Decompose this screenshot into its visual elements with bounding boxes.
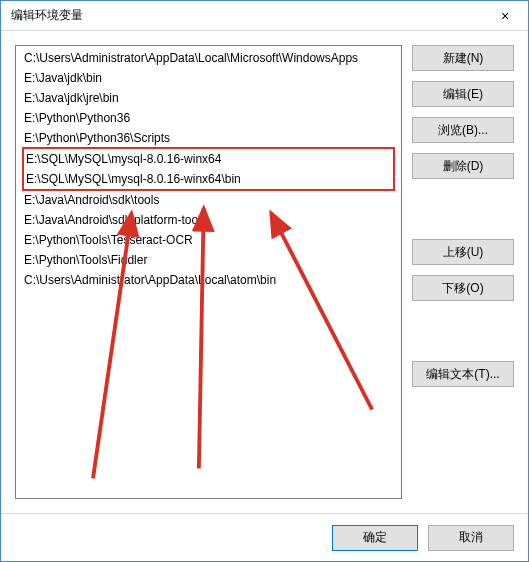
close-icon: × [501, 8, 509, 24]
window-title: 编辑环境变量 [11, 7, 83, 24]
list-item[interactable]: E:\Python\Tools\Fiddler [16, 250, 401, 270]
ok-button[interactable]: 确定 [332, 525, 418, 551]
close-button[interactable]: × [482, 1, 528, 31]
edit-text-button[interactable]: 编辑文本(T)... [412, 361, 514, 387]
list-item[interactable]: C:\Users\Administrator\AppData\Local\Mic… [16, 48, 401, 68]
list-item[interactable]: E:\Python\Tools\Tesseract-OCR [16, 230, 401, 250]
path-list-items: C:\Users\Administrator\AppData\Local\Mic… [16, 46, 401, 292]
list-item[interactable]: E:\Python\Python36 [16, 108, 401, 128]
move-down-button[interactable]: 下移(O) [412, 275, 514, 301]
cancel-button[interactable]: 取消 [428, 525, 514, 551]
delete-button[interactable]: 删除(D) [412, 153, 514, 179]
list-item[interactable]: E:\Java\Android\sdk\tools [16, 190, 401, 210]
side-button-column: 新建(N) 编辑(E) 浏览(B)... 删除(D) 上移(U) 下移(O) 编… [412, 45, 514, 499]
list-item[interactable]: E:\Java\jdk\bin [16, 68, 401, 88]
spacer [412, 311, 514, 351]
browse-button[interactable]: 浏览(B)... [412, 117, 514, 143]
dialog-client-area: C:\Users\Administrator\AppData\Local\Mic… [1, 31, 528, 513]
list-item[interactable]: E:\Python\Python36\Scripts [16, 128, 401, 148]
list-item[interactable]: E:\Java\Android\sdk\platform-tools [16, 210, 401, 230]
path-listbox[interactable]: C:\Users\Administrator\AppData\Local\Mic… [15, 45, 402, 499]
list-item[interactable]: E:\SQL\MySQL\mysql-8.0.16-winx64 [24, 149, 393, 169]
move-up-button[interactable]: 上移(U) [412, 239, 514, 265]
dialog-footer: 确定 取消 [1, 513, 528, 561]
list-item[interactable]: C:\Users\Administrator\AppData\Local\ato… [16, 270, 401, 290]
edit-button[interactable]: 编辑(E) [412, 81, 514, 107]
list-item[interactable]: E:\SQL\MySQL\mysql-8.0.16-winx64\bin [24, 169, 393, 189]
new-button[interactable]: 新建(N) [412, 45, 514, 71]
list-item[interactable]: E:\Java\jdk\jre\bin [16, 88, 401, 108]
highlight-annotation: E:\SQL\MySQL\mysql-8.0.16-winx64 E:\SQL\… [22, 147, 395, 191]
spacer [412, 189, 514, 229]
title-bar: 编辑环境变量 × [1, 1, 528, 31]
